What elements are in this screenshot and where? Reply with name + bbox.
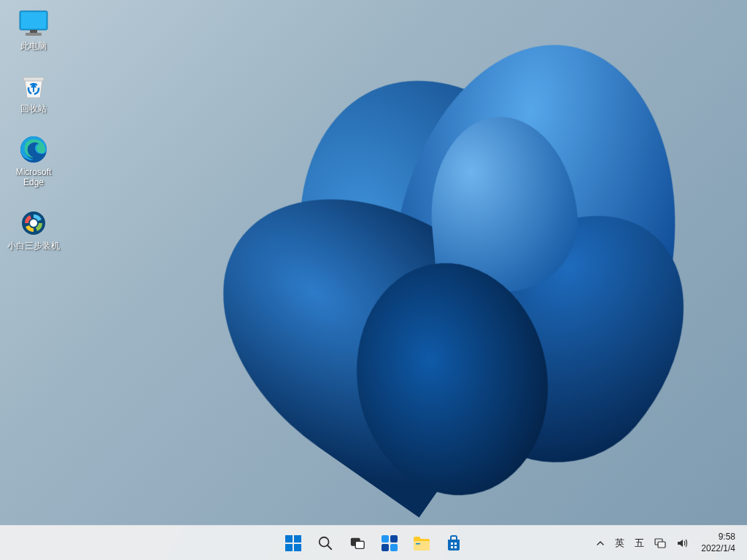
- folder-icon: [413, 535, 430, 551]
- svg-rect-10: [294, 535, 301, 542]
- desktop-icon-label: 回收站: [20, 104, 47, 114]
- start-button[interactable]: [279, 529, 308, 558]
- windows-icon: [285, 534, 302, 552]
- search-button[interactable]: [311, 529, 340, 558]
- svg-rect-25: [451, 546, 453, 548]
- svg-rect-24: [454, 542, 457, 545]
- tray-overflow-button[interactable]: [592, 529, 609, 558]
- task-view-icon: [349, 535, 365, 551]
- taskbar: 英 五 9:58 2022/1/4: [0, 525, 747, 560]
- network-icon: [654, 537, 666, 549]
- ime-mode-button[interactable]: 五: [630, 529, 649, 558]
- svg-point-8: [30, 219, 37, 227]
- svg-rect-23: [451, 542, 453, 545]
- svg-rect-22: [416, 543, 420, 545]
- desktop-icon-recycle-bin[interactable]: 回收站: [6, 69, 61, 117]
- store-icon: [445, 534, 462, 552]
- svg-rect-21: [414, 541, 430, 551]
- volume-button[interactable]: [672, 529, 692, 558]
- svg-rect-3: [26, 33, 42, 36]
- edge-icon: [18, 135, 50, 164]
- recycle-bin-icon: [18, 71, 50, 101]
- svg-rect-17: [382, 535, 389, 542]
- bloom-graphic: [182, 15, 747, 560]
- desktop[interactable]: 此电脑 回收站 Microsoft Edge: [0, 0, 747, 560]
- clock-date: 2022/1/4: [701, 543, 735, 555]
- svg-rect-12: [294, 544, 301, 551]
- task-view-button[interactable]: [343, 529, 372, 558]
- desktop-icon-xiaobai[interactable]: 小白三步装机: [6, 206, 61, 254]
- taskbar-pinned-apps: [279, 529, 468, 558]
- ime-language-button[interactable]: 英: [611, 529, 629, 558]
- clock-button[interactable]: 9:58 2022/1/4: [694, 529, 743, 558]
- widgets-icon: [381, 534, 398, 552]
- svg-rect-1: [21, 12, 46, 28]
- desktop-icon-label: Microsoft Edge: [16, 167, 52, 188]
- clock-time: 9:58: [719, 532, 735, 543]
- speaker-icon: [676, 537, 688, 549]
- microsoft-store-button[interactable]: [439, 529, 468, 558]
- search-icon: [317, 535, 333, 551]
- file-explorer-button[interactable]: [407, 529, 436, 558]
- network-button[interactable]: [650, 529, 670, 558]
- monitor-icon: [18, 9, 50, 38]
- svg-rect-26: [454, 546, 457, 548]
- svg-rect-11: [285, 544, 293, 551]
- svg-rect-4: [23, 77, 44, 81]
- desktop-icon-label: 小白三步装机: [7, 241, 60, 251]
- svg-rect-18: [390, 535, 398, 542]
- svg-rect-28: [658, 542, 665, 548]
- widgets-button[interactable]: [375, 529, 404, 558]
- svg-rect-16: [355, 541, 364, 548]
- desktop-icon-label: 此电脑: [20, 41, 47, 51]
- svg-rect-19: [382, 544, 389, 551]
- wallpaper: [0, 0, 747, 560]
- desktop-icon-edge[interactable]: Microsoft Edge: [6, 132, 61, 191]
- svg-rect-2: [30, 30, 37, 33]
- svg-line-14: [328, 545, 332, 549]
- chevron-up-icon: [596, 539, 605, 548]
- desktop-icon-this-pc[interactable]: 此电脑: [6, 6, 61, 54]
- svg-rect-9: [285, 535, 293, 542]
- xiaobai-icon: [18, 209, 50, 238]
- system-tray: 英 五 9:58 2022/1/4: [592, 526, 743, 560]
- desktop-icons: 此电脑 回收站 Microsoft Edge: [6, 6, 61, 254]
- svg-rect-20: [390, 544, 398, 551]
